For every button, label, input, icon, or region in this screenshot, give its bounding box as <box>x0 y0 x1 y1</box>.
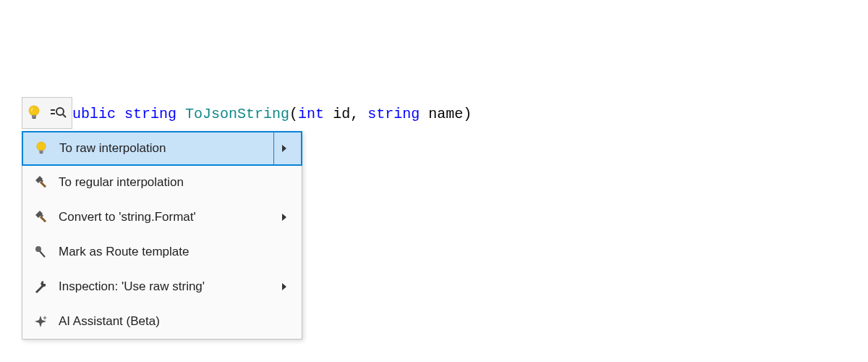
menu-label: Mark as Route template <box>51 245 294 259</box>
method-name: ToJsonString <box>185 106 289 122</box>
menu-label: Inspection: 'Use raw string' <box>51 279 274 294</box>
menu-label: Convert to 'string.Format' <box>51 210 274 224</box>
svg-rect-1 <box>33 117 36 119</box>
svg-rect-6 <box>39 151 43 153</box>
wrench-icon <box>30 279 51 294</box>
keyword-string: string <box>124 106 176 122</box>
svg-line-5 <box>63 114 66 117</box>
svg-rect-0 <box>32 115 36 117</box>
menu-item-regular-interpolation[interactable]: To regular interpolation <box>22 165 302 200</box>
menu-label: AI Assistant (Beta) <box>51 314 294 329</box>
menu-item-mark-route-template[interactable]: Mark as Route template <box>22 235 302 269</box>
svg-rect-7 <box>40 152 43 153</box>
search-icon[interactable] <box>48 106 67 120</box>
svg-point-4 <box>56 108 64 115</box>
bulb-icon[interactable] <box>27 104 41 122</box>
menu-item-ai-assistant[interactable]: AI Assistant (Beta) <box>22 304 302 339</box>
menu-item-inspection-raw-string[interactable]: Inspection: 'Use raw string' <box>22 269 302 304</box>
svg-rect-9 <box>40 216 46 222</box>
hammer-icon <box>30 175 51 190</box>
keyword-int: int <box>298 106 324 122</box>
submenu-arrow-icon <box>274 200 294 235</box>
svg-rect-8 <box>40 181 46 188</box>
submenu-arrow-icon <box>273 132 294 164</box>
menu-label: To regular interpolation <box>51 175 294 190</box>
submenu-arrow-icon <box>274 269 294 304</box>
menu-item-raw-interpolation[interactable]: To raw interpolation <box>22 131 302 166</box>
code-line-1: public string ToJsonString(int id, strin… <box>64 103 472 126</box>
hammer-icon <box>30 210 51 224</box>
quick-actions-bar[interactable] <box>22 97 72 129</box>
menu-label: To raw interpolation <box>52 141 273 156</box>
sparkle-icon <box>30 314 51 329</box>
svg-line-11 <box>40 251 45 257</box>
menu-item-convert-string-format[interactable]: Convert to 'string.Format' <box>22 200 302 235</box>
quick-actions-menu: To raw interpolation To regular interpol… <box>22 131 302 340</box>
bulb-icon <box>30 141 52 156</box>
pin-icon <box>30 245 51 259</box>
